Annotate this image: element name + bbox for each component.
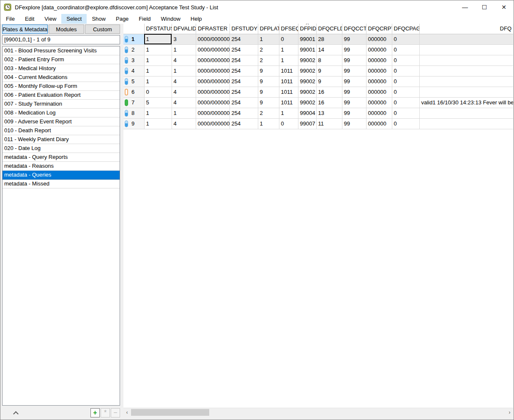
cell-dfstatus[interactable]: 0 <box>144 87 172 97</box>
cell-dfstatus[interactable]: 1 <box>144 65 172 76</box>
cell-dfstudy[interactable]: 254 <box>230 65 258 76</box>
cell-dfplate[interactable]: 9 <box>258 65 279 76</box>
cell-dfqcpage[interactable]: 0 <box>392 118 419 129</box>
cell-dfvalid[interactable]: 4 <box>172 55 196 65</box>
cell-dfseq[interactable]: 1011 <box>279 97 298 108</box>
cell-dfqcrpt[interactable]: 000000 <box>366 65 392 76</box>
cell-dfqcfld[interactable]: 14 <box>316 44 342 55</box>
cell-dfqcrpt[interactable]: 000000 <box>366 108 392 118</box>
cell-dfqcrpt[interactable]: 000000 <box>366 87 392 97</box>
plate-list-item[interactable]: metadata - Query Reports <box>3 153 120 162</box>
cell-dfqcctr[interactable]: 99 <box>342 108 366 118</box>
cell-dfqcctr[interactable]: 99 <box>342 34 366 44</box>
scrollbar-thumb[interactable] <box>131 409 209 416</box>
cell-dfqcfld[interactable]: 11 <box>316 118 342 129</box>
menu-view[interactable]: View <box>39 14 61 24</box>
plate-list-item[interactable]: 010 - Death Report <box>3 126 120 135</box>
cell-dfvalid[interactable]: 1 <box>172 65 196 76</box>
cell-dfstudy[interactable]: 254 <box>230 97 258 108</box>
cell-dfplate[interactable]: 2 <box>258 44 279 55</box>
cell-dfq[interactable] <box>419 118 513 129</box>
cell-dfseq[interactable]: 1 <box>279 108 298 118</box>
cell-dfplate[interactable]: 9 <box>258 76 279 87</box>
cell-dfqcrpt[interactable]: 000000 <box>366 76 392 87</box>
cell-dfpid[interactable]: 99007 <box>298 118 316 129</box>
cell-dfqcctr[interactable]: 99 <box>342 44 366 55</box>
cell-dfstudy[interactable]: 254 <box>230 44 258 55</box>
cell-dfqcrpt[interactable]: 000000 <box>366 118 392 129</box>
cell-dfqcfld[interactable]: 16 <box>316 87 342 97</box>
cell-dfstudy[interactable]: 254 <box>230 34 258 44</box>
column-header-dfqcpage[interactable]: DFQCPAGE <box>392 24 419 34</box>
cell-dfq[interactable] <box>419 76 513 87</box>
cell-dfstatus[interactable]: 5 <box>144 97 172 108</box>
cell-dfqcpage[interactable]: 0 <box>392 65 419 76</box>
cell-dfqcctr[interactable]: 99 <box>342 118 366 129</box>
menu-show[interactable]: Show <box>87 14 111 24</box>
cell-dfqcctr[interactable]: 99 <box>342 55 366 65</box>
remove-button[interactable]: − <box>111 408 120 417</box>
cell-dfvalid[interactable]: 1 <box>172 44 196 55</box>
row-header[interactable]: 9 <box>123 118 144 129</box>
column-header-dfpid[interactable]: ^DFPID <box>298 24 316 34</box>
column-header-dfqcctr[interactable]: DFQCCTR <box>342 24 366 34</box>
cell-dfseq[interactable]: 1011 <box>279 87 298 97</box>
cell-dfseq[interactable]: 1011 <box>279 65 298 76</box>
plate-list-item[interactable]: 007 - Study Termination <box>3 100 120 109</box>
cell-dfraster[interactable]: 0000/0000000 <box>196 97 230 108</box>
maximize-button[interactable]: ☐ <box>475 0 494 14</box>
plate-list-item[interactable]: 011 - Weekly Patient Diary <box>3 135 120 144</box>
cell-dfraster[interactable]: 0000/0000000 <box>196 76 230 87</box>
plate-list-item[interactable]: 020 - Date Log <box>3 144 120 153</box>
minimize-button[interactable]: — <box>455 0 475 14</box>
menu-select[interactable]: Select <box>61 14 87 24</box>
cell-dfvalid[interactable]: 3 <box>172 34 196 44</box>
cell-dfvalid[interactable]: 4 <box>172 118 196 129</box>
column-header-dfq[interactable]: DFQ <box>419 24 513 34</box>
column-header-dfvalid[interactable]: DFVALID <box>172 24 196 34</box>
menu-window[interactable]: Window <box>156 14 186 24</box>
cell-dfqcfld[interactable]: 9 <box>316 76 342 87</box>
cell-dfseq[interactable]: 0 <box>279 118 298 129</box>
plate-list-item[interactable]: 004 - Current Medications <box>3 73 120 82</box>
cell-dfstatus[interactable]: 1 <box>144 76 172 87</box>
cell-dfstatus[interactable]: 1 <box>144 34 172 44</box>
plate-list-item[interactable]: 009 - Adverse Event Report <box>3 117 120 126</box>
plate-list-item[interactable]: 005 - Monthly Follow-up Form <box>3 82 120 91</box>
plate-list-item[interactable]: 003 - Medical History <box>3 64 120 73</box>
chevron-up-icon[interactable] <box>14 411 18 415</box>
cell-dfqcfld[interactable]: 8 <box>316 55 342 65</box>
column-header-dfstudy[interactable]: DFSTUDY <box>230 24 258 34</box>
cell-dfplate[interactable]: 2 <box>258 108 279 118</box>
cell-dfq[interactable] <box>419 65 513 76</box>
column-header-dfqcfld[interactable]: DFQCFLD <box>316 24 342 34</box>
tab-plates-metadata[interactable]: Plates & Metadata <box>2 25 48 34</box>
cell-dfstudy[interactable]: 254 <box>230 118 258 129</box>
plate-list-item[interactable]: metadata - Missed <box>3 180 120 188</box>
plate-list-item[interactable]: metadata - Reasons <box>3 162 120 171</box>
cell-dfpid[interactable]: 99002 <box>298 76 316 87</box>
cell-dfpid[interactable]: 99001 <box>298 44 316 55</box>
row-header[interactable]: 6 <box>123 87 144 97</box>
cell-dfq[interactable] <box>419 55 513 65</box>
scroll-left-icon[interactable]: ‹ <box>123 408 131 417</box>
cell-dfqcrpt[interactable]: 000000 <box>366 44 392 55</box>
plate-list-item[interactable]: metadata - Queries <box>3 171 120 180</box>
cell-dfstudy[interactable]: 254 <box>230 55 258 65</box>
cell-dfstudy[interactable]: 254 <box>230 87 258 97</box>
cell-dfplate[interactable]: 1 <box>258 118 279 129</box>
menu-field[interactable]: Field <box>134 14 156 24</box>
menu-help[interactable]: Help <box>186 14 207 24</box>
cell-dfraster[interactable]: 0000/0000000 <box>196 118 230 129</box>
column-header-dfstatus[interactable]: DFSTATUS <box>144 24 172 34</box>
cell-dfqcpage[interactable]: 0 <box>392 87 419 97</box>
cell-dfqcpage[interactable]: 0 <box>392 97 419 108</box>
cell-dfraster[interactable]: 0000/0000000 <box>196 65 230 76</box>
cell-dfstudy[interactable]: 254 <box>230 76 258 87</box>
cell-dfraster[interactable]: 0000/0000000 <box>196 55 230 65</box>
cell-dfpid[interactable]: 99002 <box>298 87 316 97</box>
cell-dfpid[interactable]: 99002 <box>298 65 316 76</box>
cell-dfseq[interactable]: 1 <box>279 55 298 65</box>
cell-dfpid[interactable]: 99002 <box>298 97 316 108</box>
cell-dfqcpage[interactable]: 0 <box>392 76 419 87</box>
